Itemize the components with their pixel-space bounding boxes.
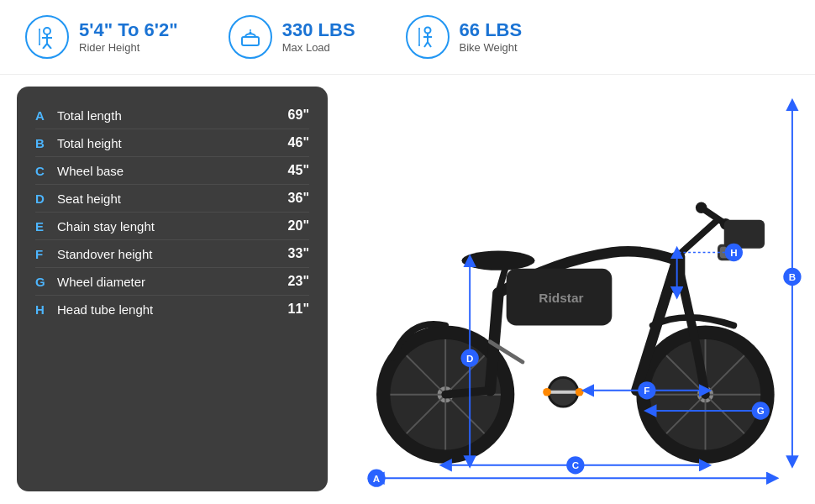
spec-row-h: H Head tube lenght 11" xyxy=(35,296,309,323)
rider-height-text: 5'4" To 6'2" Rider Height xyxy=(79,20,178,53)
spec-name: Head tube lenght xyxy=(57,302,272,317)
svg-line-30 xyxy=(407,395,445,433)
spec-value: 33" xyxy=(272,246,309,261)
svg-line-38 xyxy=(666,355,705,394)
svg-point-48 xyxy=(696,202,707,214)
bike-weight-icon-circle xyxy=(406,15,450,59)
spec-value: 46" xyxy=(272,135,309,150)
max-load-value: 330 LBS xyxy=(282,20,355,40)
spec-letter: G xyxy=(35,275,57,289)
svg-line-41 xyxy=(666,395,705,433)
max-load-text: 330 LBS Max Load xyxy=(282,20,355,53)
svg-point-22 xyxy=(438,386,454,402)
svg-text:F: F xyxy=(644,385,649,396)
spec-panel: A Total length 69" B Total height 46" C … xyxy=(17,87,328,491)
scale-icon xyxy=(239,25,262,49)
svg-rect-54 xyxy=(720,247,738,259)
svg-point-62 xyxy=(367,470,385,487)
spec-letter: E xyxy=(35,219,57,234)
svg-line-60 xyxy=(490,342,523,362)
bike-weight-text: 66 LBS Bike Weight xyxy=(460,20,523,53)
svg-point-77 xyxy=(752,402,770,419)
spec-letter: F xyxy=(35,247,57,261)
svg-point-32 xyxy=(650,339,760,449)
svg-point-50 xyxy=(462,251,535,270)
svg-line-45 xyxy=(677,220,718,257)
svg-point-33 xyxy=(697,386,713,402)
svg-line-16 xyxy=(428,42,431,47)
bike-weight-label: Bike Weight xyxy=(460,41,523,54)
rider-height-label: Rider Height xyxy=(79,41,178,54)
max-load-item: 330 LBS Max Load xyxy=(229,15,355,59)
svg-line-4 xyxy=(47,44,51,49)
spec-row-a: A Total length 69" xyxy=(35,102,309,129)
svg-point-47 xyxy=(720,218,732,230)
rider-height-item: 5'4" To 6'2" Rider Height xyxy=(25,15,178,59)
spec-row-g: G Wheel diameter 23" xyxy=(35,268,309,296)
spec-row-f: F Standover height 33" xyxy=(35,240,309,268)
bike-weight-value: 66 LBS xyxy=(460,20,523,40)
svg-text:H: H xyxy=(730,247,737,258)
svg-rect-53 xyxy=(718,244,740,260)
svg-point-12 xyxy=(424,28,430,34)
spec-name: Wheel base xyxy=(57,164,272,178)
svg-line-49 xyxy=(498,265,507,293)
spec-letter: A xyxy=(35,108,57,123)
spec-row-d: D Seat height 36" xyxy=(35,185,309,213)
svg-text:Ridstar: Ridstar xyxy=(539,291,583,305)
svg-point-68 xyxy=(783,268,801,286)
spec-letter: D xyxy=(35,192,57,206)
spec-name: Standover height xyxy=(57,247,272,261)
spec-letter: H xyxy=(35,302,57,317)
svg-text:A: A xyxy=(373,473,381,484)
svg-line-39 xyxy=(706,395,744,433)
spec-name: Total height xyxy=(57,136,272,150)
svg-point-74 xyxy=(638,381,655,399)
spec-letter: C xyxy=(35,164,57,178)
weight-person-icon xyxy=(416,25,439,49)
main-content: A Total length 69" B Total height 46" C … xyxy=(0,75,815,503)
spec-row-e: E Chain stay lenght 20" xyxy=(35,213,309,240)
spec-row-b: B Total height 46" xyxy=(35,129,309,157)
svg-text:C: C xyxy=(572,459,580,470)
spec-value: 23" xyxy=(272,274,309,289)
svg-point-9 xyxy=(249,32,251,34)
svg-line-43 xyxy=(445,391,490,395)
svg-rect-55 xyxy=(724,220,765,249)
svg-line-40 xyxy=(706,355,744,394)
rider-height-value: 5'4" To 6'2" xyxy=(79,20,178,40)
max-load-icon-circle xyxy=(229,15,272,59)
max-load-label: Max Load xyxy=(282,41,355,54)
svg-point-56 xyxy=(549,377,578,407)
spec-name: Chain stay lenght xyxy=(57,219,272,234)
svg-rect-44 xyxy=(670,253,685,293)
bike-diagram-svg: Ridstar xyxy=(328,75,815,503)
svg-rect-8 xyxy=(242,37,259,45)
spec-value: 69" xyxy=(272,108,309,123)
spec-letter: B xyxy=(35,136,57,150)
svg-line-28 xyxy=(445,395,484,433)
spec-name: Wheel diameter xyxy=(57,275,272,289)
rider-height-icon-circle xyxy=(25,15,69,59)
svg-point-58 xyxy=(543,388,551,396)
spec-name: Total length xyxy=(57,108,272,123)
spec-value: 45" xyxy=(272,163,309,178)
spec-name: Seat height xyxy=(57,192,272,206)
svg-point-65 xyxy=(566,456,584,474)
svg-text:G: G xyxy=(757,405,765,416)
spec-value: 11" xyxy=(272,302,309,317)
svg-point-20 xyxy=(376,326,514,464)
person-icon xyxy=(35,25,59,49)
svg-line-46 xyxy=(702,207,726,223)
bike-weight-item: 66 LBS Bike Weight xyxy=(406,15,523,59)
svg-point-21 xyxy=(390,339,500,449)
svg-line-27 xyxy=(407,355,445,394)
svg-line-29 xyxy=(445,355,484,394)
svg-text:B: B xyxy=(789,271,796,282)
svg-point-71 xyxy=(461,349,479,367)
svg-rect-51 xyxy=(507,269,613,326)
svg-point-59 xyxy=(576,388,584,396)
svg-line-3 xyxy=(43,44,47,49)
spec-row-c: C Wheel base 45" xyxy=(35,157,309,185)
svg-point-31 xyxy=(636,326,774,464)
